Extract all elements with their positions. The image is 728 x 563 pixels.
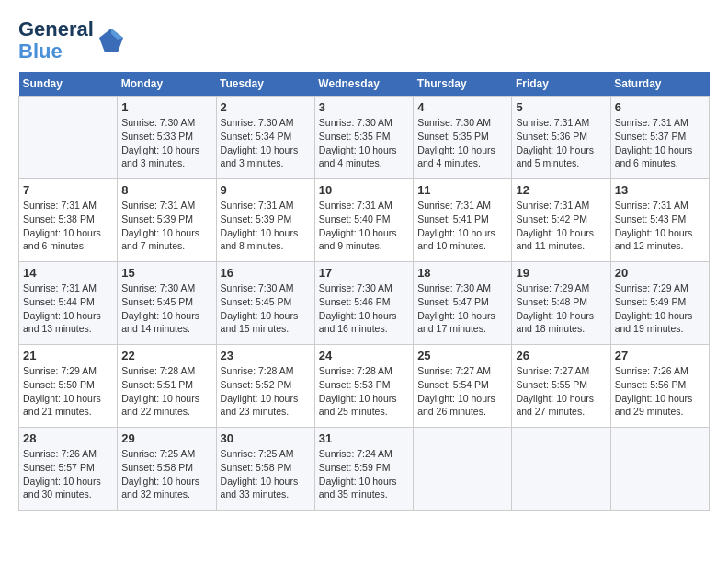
calendar-cell: 14 Sunrise: 7:31 AMSunset: 5:44 PMDaylig… <box>19 262 118 345</box>
column-header-sunday: Sunday <box>19 72 118 97</box>
day-info: Sunrise: 7:31 AMSunset: 5:37 PMDaylight:… <box>615 116 705 170</box>
calendar-cell <box>414 428 512 511</box>
day-info: Sunrise: 7:30 AMSunset: 5:46 PMDaylight:… <box>319 282 409 336</box>
day-info: Sunrise: 7:31 AMSunset: 5:44 PMDaylight:… <box>23 282 113 336</box>
calendar-table: SundayMondayTuesdayWednesdayThursdayFrid… <box>18 72 710 511</box>
calendar-cell: 25 Sunrise: 7:27 AMSunset: 5:54 PMDaylig… <box>414 345 512 428</box>
calendar-week-4: 21 Sunrise: 7:29 AMSunset: 5:50 PMDaylig… <box>19 345 710 428</box>
calendar-week-5: 28 Sunrise: 7:26 AMSunset: 5:57 PMDaylig… <box>19 428 710 511</box>
day-info: Sunrise: 7:29 AMSunset: 5:49 PMDaylight:… <box>615 282 705 336</box>
calendar-cell: 30 Sunrise: 7:25 AMSunset: 5:58 PMDaylig… <box>216 428 314 511</box>
calendar-cell: 16 Sunrise: 7:30 AMSunset: 5:45 PMDaylig… <box>216 262 314 345</box>
day-info: Sunrise: 7:30 AMSunset: 5:47 PMDaylight:… <box>417 282 507 336</box>
day-number: 3 <box>319 100 409 114</box>
day-info: Sunrise: 7:31 AMSunset: 5:36 PMDaylight:… <box>516 116 606 170</box>
calendar-cell: 28 Sunrise: 7:26 AMSunset: 5:57 PMDaylig… <box>19 428 118 511</box>
calendar-cell: 10 Sunrise: 7:31 AMSunset: 5:40 PMDaylig… <box>314 179 413 262</box>
column-header-tuesday: Tuesday <box>216 72 314 97</box>
day-info: Sunrise: 7:31 AMSunset: 5:40 PMDaylight:… <box>319 199 409 253</box>
logo: GeneralBlue <box>18 18 125 63</box>
day-info: Sunrise: 7:28 AMSunset: 5:53 PMDaylight:… <box>319 364 409 419</box>
calendar-cell <box>19 97 118 179</box>
calendar-cell: 22 Sunrise: 7:28 AMSunset: 5:51 PMDaylig… <box>118 345 216 428</box>
calendar-cell: 21 Sunrise: 7:29 AMSunset: 5:50 PMDaylig… <box>19 345 118 428</box>
calendar-cell: 24 Sunrise: 7:28 AMSunset: 5:53 PMDaylig… <box>314 345 413 428</box>
day-info: Sunrise: 7:24 AMSunset: 5:59 PMDaylight:… <box>319 447 409 501</box>
calendar-week-3: 14 Sunrise: 7:31 AMSunset: 5:44 PMDaylig… <box>19 262 710 345</box>
day-number: 29 <box>121 431 211 445</box>
calendar-cell: 19 Sunrise: 7:29 AMSunset: 5:48 PMDaylig… <box>512 262 610 345</box>
calendar-cell: 8 Sunrise: 7:31 AMSunset: 5:39 PMDayligh… <box>118 179 216 262</box>
calendar-cell: 26 Sunrise: 7:27 AMSunset: 5:55 PMDaylig… <box>512 345 610 428</box>
calendar-cell: 27 Sunrise: 7:26 AMSunset: 5:56 PMDaylig… <box>610 345 709 428</box>
day-info: Sunrise: 7:27 AMSunset: 5:54 PMDaylight:… <box>417 364 507 419</box>
day-info: Sunrise: 7:31 AMSunset: 5:38 PMDaylight:… <box>23 199 113 253</box>
day-number: 5 <box>516 100 606 114</box>
day-info: Sunrise: 7:30 AMSunset: 5:33 PMDaylight:… <box>121 116 211 170</box>
day-info: Sunrise: 7:28 AMSunset: 5:51 PMDaylight:… <box>121 364 211 419</box>
page-header: GeneralBlue <box>18 18 710 63</box>
day-number: 30 <box>221 431 311 445</box>
calendar-cell: 3 Sunrise: 7:30 AMSunset: 5:35 PMDayligh… <box>314 97 413 179</box>
column-header-friday: Friday <box>512 72 610 97</box>
day-info: Sunrise: 7:28 AMSunset: 5:52 PMDaylight:… <box>221 364 311 419</box>
day-info: Sunrise: 7:26 AMSunset: 5:56 PMDaylight:… <box>615 364 705 419</box>
column-header-monday: Monday <box>118 72 216 97</box>
day-info: Sunrise: 7:27 AMSunset: 5:55 PMDaylight:… <box>516 364 606 419</box>
day-number: 18 <box>417 266 507 280</box>
calendar-cell: 29 Sunrise: 7:25 AMSunset: 5:58 PMDaylig… <box>118 428 216 511</box>
calendar-cell <box>610 428 709 511</box>
day-number: 31 <box>319 431 409 445</box>
day-info: Sunrise: 7:30 AMSunset: 5:34 PMDaylight:… <box>221 116 311 170</box>
day-info: Sunrise: 7:31 AMSunset: 5:42 PMDaylight:… <box>516 199 606 253</box>
day-info: Sunrise: 7:30 AMSunset: 5:45 PMDaylight:… <box>121 282 211 336</box>
calendar-cell: 20 Sunrise: 7:29 AMSunset: 5:49 PMDaylig… <box>610 262 709 345</box>
day-number: 17 <box>319 266 409 280</box>
day-number: 8 <box>121 183 211 197</box>
day-number: 7 <box>23 183 113 197</box>
day-number: 25 <box>417 349 507 362</box>
day-number: 28 <box>23 431 113 445</box>
day-number: 10 <box>319 183 409 197</box>
calendar-week-1: 1 Sunrise: 7:30 AMSunset: 5:33 PMDayligh… <box>19 97 710 179</box>
day-number: 26 <box>516 349 606 362</box>
day-number: 23 <box>221 349 311 362</box>
calendar-cell: 4 Sunrise: 7:30 AMSunset: 5:35 PMDayligh… <box>414 97 512 179</box>
day-info: Sunrise: 7:30 AMSunset: 5:45 PMDaylight:… <box>221 282 311 336</box>
day-info: Sunrise: 7:25 AMSunset: 5:58 PMDaylight:… <box>221 447 311 501</box>
day-number: 13 <box>615 183 705 197</box>
day-number: 19 <box>516 266 606 280</box>
calendar-week-2: 7 Sunrise: 7:31 AMSunset: 5:38 PMDayligh… <box>19 179 710 262</box>
day-info: Sunrise: 7:30 AMSunset: 5:35 PMDaylight:… <box>417 116 507 170</box>
day-number: 1 <box>121 100 211 114</box>
calendar-cell: 5 Sunrise: 7:31 AMSunset: 5:36 PMDayligh… <box>512 97 610 179</box>
column-header-thursday: Thursday <box>414 72 512 97</box>
day-number: 9 <box>221 183 311 197</box>
calendar-cell: 17 Sunrise: 7:30 AMSunset: 5:46 PMDaylig… <box>314 262 413 345</box>
day-info: Sunrise: 7:29 AMSunset: 5:48 PMDaylight:… <box>516 282 606 336</box>
calendar-cell: 9 Sunrise: 7:31 AMSunset: 5:39 PMDayligh… <box>216 179 314 262</box>
day-number: 27 <box>615 349 705 362</box>
day-info: Sunrise: 7:26 AMSunset: 5:57 PMDaylight:… <box>23 447 113 501</box>
calendar-header-row: SundayMondayTuesdayWednesdayThursdayFrid… <box>19 72 710 97</box>
day-number: 14 <box>23 266 113 280</box>
calendar-cell: 12 Sunrise: 7:31 AMSunset: 5:42 PMDaylig… <box>512 179 610 262</box>
day-number: 21 <box>23 349 113 362</box>
day-info: Sunrise: 7:31 AMSunset: 5:39 PMDaylight:… <box>221 199 311 253</box>
day-number: 2 <box>221 100 311 114</box>
calendar-cell: 18 Sunrise: 7:30 AMSunset: 5:47 PMDaylig… <box>414 262 512 345</box>
logo-icon <box>97 27 125 54</box>
calendar-cell: 31 Sunrise: 7:24 AMSunset: 5:59 PMDaylig… <box>314 428 413 511</box>
day-number: 6 <box>615 100 705 114</box>
day-number: 22 <box>121 349 211 362</box>
day-number: 16 <box>221 266 311 280</box>
calendar-cell: 23 Sunrise: 7:28 AMSunset: 5:52 PMDaylig… <box>216 345 314 428</box>
day-number: 4 <box>417 100 507 114</box>
calendar-cell: 1 Sunrise: 7:30 AMSunset: 5:33 PMDayligh… <box>118 97 216 179</box>
calendar-cell: 15 Sunrise: 7:30 AMSunset: 5:45 PMDaylig… <box>118 262 216 345</box>
calendar-cell: 13 Sunrise: 7:31 AMSunset: 5:43 PMDaylig… <box>610 179 709 262</box>
day-info: Sunrise: 7:31 AMSunset: 5:43 PMDaylight:… <box>615 199 705 253</box>
calendar-cell: 7 Sunrise: 7:31 AMSunset: 5:38 PMDayligh… <box>19 179 118 262</box>
day-number: 24 <box>319 349 409 362</box>
day-number: 12 <box>516 183 606 197</box>
